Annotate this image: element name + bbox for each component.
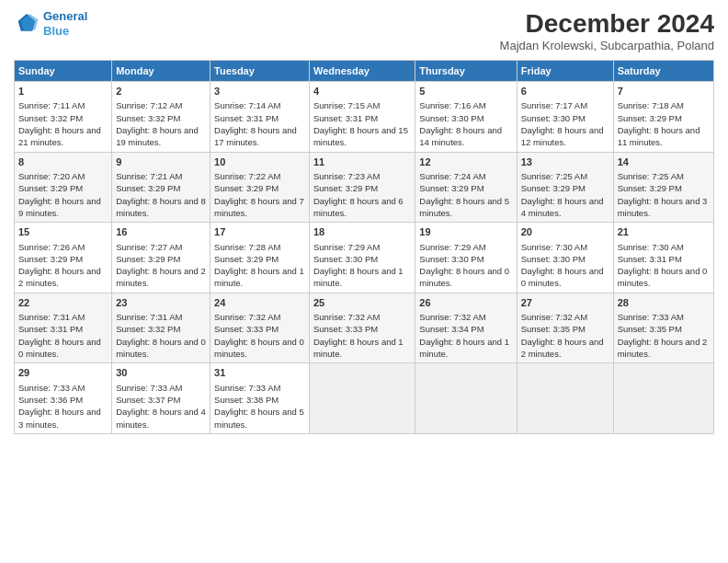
sunset-label: Sunset: 3:29 PM: [214, 183, 279, 193]
day-cell: 5Sunrise: 7:16 AMSunset: 3:30 PMDaylight…: [415, 82, 517, 153]
day-cell: 8Sunrise: 7:20 AMSunset: 3:29 PMDaylight…: [15, 152, 112, 223]
day-number: 17: [214, 225, 305, 239]
sunrise-label: Sunrise: 7:27 AM: [116, 242, 182, 252]
sunrise-label: Sunrise: 7:33 AM: [214, 383, 280, 393]
day-number: 20: [521, 225, 609, 239]
sunrise-label: Sunrise: 7:29 AM: [313, 242, 380, 252]
sunrise-label: Sunrise: 7:11 AM: [18, 100, 85, 110]
daylight-label: Daylight: 8 hours and 3 minutes.: [18, 407, 101, 429]
col-header-thursday: Thursday: [415, 61, 517, 82]
sunset-label: Sunset: 3:29 PM: [618, 183, 682, 193]
daylight-label: Daylight: 8 hours and 6 minutes.: [313, 196, 404, 218]
daylight-label: Daylight: 8 hours and 0 minutes.: [116, 337, 206, 359]
day-cell: 21Sunrise: 7:30 AMSunset: 3:31 PMDayligh…: [613, 223, 713, 293]
sunrise-label: Sunrise: 7:23 AM: [313, 171, 380, 181]
calendar-table: SundayMondayTuesdayWednesdayThursdayFrid…: [14, 60, 714, 434]
sunset-label: Sunset: 3:30 PM: [521, 113, 586, 123]
subtitle: Majdan Krolewski, Subcarpathia, Poland: [500, 39, 714, 52]
week-row-3: 15Sunrise: 7:26 AMSunset: 3:29 PMDayligh…: [15, 223, 714, 293]
day-number: 10: [214, 155, 305, 169]
day-number: 15: [18, 225, 108, 239]
day-number: 22: [18, 296, 108, 310]
day-cell: 31Sunrise: 7:33 AMSunset: 3:38 PMDayligh…: [210, 363, 310, 434]
day-number: 3: [214, 85, 305, 98]
daylight-label: Daylight: 8 hours and 4 minutes.: [521, 196, 604, 218]
sunset-label: Sunset: 3:33 PM: [313, 324, 378, 334]
daylight-label: Daylight: 8 hours and 1 minute.: [313, 337, 404, 359]
day-cell: 2Sunrise: 7:12 AMSunset: 3:32 PMDaylight…: [112, 82, 210, 153]
daylight-label: Daylight: 8 hours and 0 minutes.: [419, 266, 509, 288]
day-number: 13: [521, 155, 609, 169]
day-cell: 4Sunrise: 7:15 AMSunset: 3:31 PMDaylight…: [309, 82, 415, 153]
day-number: 1: [18, 85, 108, 98]
daylight-label: Daylight: 8 hours and 2 minutes.: [618, 337, 708, 359]
daylight-label: Daylight: 8 hours and 19 minutes.: [116, 125, 199, 147]
day-number: 25: [313, 296, 411, 310]
daylight-label: Daylight: 8 hours and 11 minutes.: [618, 125, 700, 147]
sunset-label: Sunset: 3:30 PM: [521, 254, 586, 264]
day-number: 24: [214, 296, 305, 310]
day-cell: 12Sunrise: 7:24 AMSunset: 3:29 PMDayligh…: [415, 152, 517, 223]
day-cell: 17Sunrise: 7:28 AMSunset: 3:29 PMDayligh…: [210, 223, 310, 293]
daylight-label: Daylight: 8 hours and 7 minutes.: [214, 196, 304, 218]
daylight-label: Daylight: 8 hours and 9 minutes.: [18, 196, 101, 218]
day-cell: [415, 363, 517, 434]
day-number: 12: [419, 155, 512, 169]
header: General Blue December 2024 Majdan Krolew…: [14, 9, 714, 52]
day-number: 29: [18, 366, 108, 380]
sunset-label: Sunset: 3:29 PM: [618, 113, 682, 123]
week-row-4: 22Sunrise: 7:31 AMSunset: 3:31 PMDayligh…: [15, 293, 714, 363]
sunrise-label: Sunrise: 7:31 AM: [18, 312, 85, 322]
daylight-label: Daylight: 8 hours and 14 minutes.: [419, 125, 502, 147]
sunrise-label: Sunrise: 7:22 AM: [214, 171, 280, 181]
daylight-label: Daylight: 8 hours and 15 minutes.: [313, 125, 408, 147]
day-number: 18: [313, 225, 411, 239]
sunrise-label: Sunrise: 7:32 AM: [313, 312, 380, 322]
day-cell: 23Sunrise: 7:31 AMSunset: 3:32 PMDayligh…: [112, 293, 210, 363]
day-cell: 22Sunrise: 7:31 AMSunset: 3:31 PMDayligh…: [15, 293, 112, 363]
sunrise-label: Sunrise: 7:30 AM: [618, 242, 684, 252]
sunset-label: Sunset: 3:29 PM: [116, 183, 180, 193]
daylight-label: Daylight: 8 hours and 1 minute.: [419, 337, 509, 359]
day-cell: 30Sunrise: 7:33 AMSunset: 3:37 PMDayligh…: [112, 363, 210, 434]
day-cell: 7Sunrise: 7:18 AMSunset: 3:29 PMDaylight…: [613, 82, 713, 153]
sunrise-label: Sunrise: 7:32 AM: [419, 312, 485, 322]
day-number: 28: [618, 296, 710, 310]
daylight-label: Daylight: 8 hours and 8 minutes.: [116, 196, 206, 218]
col-header-sunday: Sunday: [15, 61, 112, 82]
day-number: 30: [116, 366, 206, 380]
week-row-5: 29Sunrise: 7:33 AMSunset: 3:36 PMDayligh…: [15, 363, 714, 434]
sunrise-label: Sunrise: 7:32 AM: [214, 312, 280, 322]
day-number: 6: [521, 85, 609, 98]
daylight-label: Daylight: 8 hours and 2 minutes.: [521, 337, 604, 359]
sunrise-label: Sunrise: 7:17 AM: [521, 100, 587, 110]
day-cell: 19Sunrise: 7:29 AMSunset: 3:30 PMDayligh…: [415, 223, 517, 293]
day-number: 14: [618, 155, 710, 169]
sunrise-label: Sunrise: 7:33 AM: [618, 312, 684, 322]
day-number: 2: [116, 85, 206, 98]
svg-marker-1: [21, 14, 39, 31]
day-cell: 26Sunrise: 7:32 AMSunset: 3:34 PMDayligh…: [415, 293, 517, 363]
daylight-label: Daylight: 8 hours and 1 minute.: [313, 266, 404, 288]
col-header-monday: Monday: [112, 61, 210, 82]
daylight-label: Daylight: 8 hours and 17 minutes.: [214, 125, 297, 147]
day-cell: 9Sunrise: 7:21 AMSunset: 3:29 PMDaylight…: [112, 152, 210, 223]
sunset-label: Sunset: 3:29 PM: [419, 183, 483, 193]
day-cell: 15Sunrise: 7:26 AMSunset: 3:29 PMDayligh…: [15, 223, 112, 293]
sunset-label: Sunset: 3:33 PM: [214, 324, 279, 334]
week-row-1: 1Sunrise: 7:11 AMSunset: 3:32 PMDaylight…: [15, 82, 714, 153]
generalblue-icon: [14, 11, 40, 37]
day-number: 19: [419, 225, 512, 239]
daylight-label: Daylight: 8 hours and 5 minutes.: [419, 196, 509, 218]
sunrise-label: Sunrise: 7:15 AM: [313, 100, 380, 110]
day-number: 23: [116, 296, 206, 310]
col-header-wednesday: Wednesday: [309, 61, 415, 82]
sunset-label: Sunset: 3:34 PM: [419, 324, 483, 334]
sunrise-label: Sunrise: 7:16 AM: [419, 100, 485, 110]
sunset-label: Sunset: 3:29 PM: [214, 254, 279, 264]
day-number: 7: [618, 85, 710, 98]
sunset-label: Sunset: 3:32 PM: [116, 324, 180, 334]
sunrise-label: Sunrise: 7:28 AM: [214, 242, 280, 252]
sunrise-label: Sunrise: 7:31 AM: [116, 312, 182, 322]
daylight-label: Daylight: 8 hours and 3 minutes.: [618, 196, 708, 218]
